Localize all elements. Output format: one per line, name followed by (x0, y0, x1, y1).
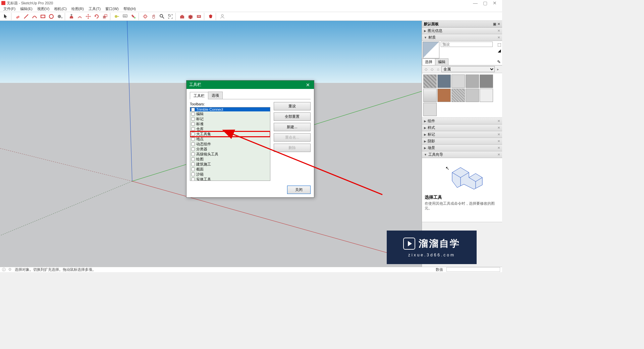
menu-file[interactable]: 文件(F) (3, 6, 15, 11)
status-help-icon[interactable]: ⊙ (8, 267, 11, 272)
zoom-tool[interactable] (158, 13, 166, 20)
material-swatch[interactable] (423, 103, 437, 116)
section-components[interactable]: ▶组件✕ (422, 118, 502, 124)
material-swatch[interactable] (451, 89, 465, 102)
close-button[interactable]: 关闭 (287, 186, 311, 194)
toolbar-list-item[interactable]: 标记 (190, 116, 270, 121)
toolbars-list[interactable]: Trimble Connect编辑标记标准仓库大工具集地点动态组件分类器高级镜头… (190, 107, 270, 181)
toolbar-checkbox[interactable] (191, 157, 195, 161)
toolbar-list-item[interactable]: 编辑 (190, 111, 270, 116)
status-value-input[interactable] (446, 267, 500, 272)
extension-tool[interactable] (195, 13, 203, 20)
toolbar-list-item[interactable]: 分类器 (190, 147, 270, 152)
material-sample-icon[interactable]: ◢ (498, 48, 501, 53)
dialog-titlebar[interactable]: 工具栏 ✕ (186, 81, 314, 89)
toolbar-list-item[interactable]: 截面 (190, 167, 270, 172)
eraser-tool[interactable] (14, 13, 22, 20)
material-swatch[interactable] (480, 89, 493, 102)
toolbar-checkbox[interactable] (191, 142, 195, 146)
material-swatch[interactable] (466, 89, 479, 102)
material-create-icon[interactable]: ⬚ (497, 42, 501, 47)
toolbar-checkbox[interactable] (191, 152, 195, 156)
toolbar-list-item[interactable]: 实体工具 (190, 177, 270, 181)
material-swatch[interactable] (480, 74, 493, 88)
dialog-tab-options[interactable]: 选项 (208, 92, 223, 99)
pan-tool[interactable] (150, 13, 158, 20)
menu-window[interactable]: 窗口(W) (105, 6, 119, 11)
toolbar-checkbox[interactable] (191, 117, 195, 121)
panel-close-icon[interactable]: ✕ (497, 22, 500, 26)
toolbar-list-item[interactable]: 地点 (190, 137, 270, 142)
material-name-input[interactable] (441, 42, 493, 47)
pushpull-tool[interactable] (67, 13, 75, 20)
move-tool[interactable] (84, 13, 92, 20)
section-styles[interactable]: ▶样式✕ (422, 124, 502, 131)
toolbar-list-item[interactable]: 动态组件 (190, 142, 270, 147)
menu-draw[interactable]: 绘图(R) (71, 6, 84, 11)
menu-camera[interactable]: 相机(C) (54, 6, 66, 11)
circle-dropdown[interactable] (56, 13, 64, 20)
section-materials[interactable]: ▼材质✕ (422, 34, 502, 41)
ruby-tool[interactable] (207, 13, 215, 20)
toolbar-list-item[interactable]: 建筑施工 (190, 162, 270, 167)
reset-all-button[interactable]: 全部重置 (274, 112, 311, 121)
delete-button[interactable]: 删除 (274, 144, 311, 152)
toolbar-checkbox[interactable] (191, 137, 195, 141)
section-scenes[interactable]: ▶场景✕ (422, 145, 502, 151)
line-tool[interactable] (22, 13, 30, 20)
mat-nav-menu-icon[interactable]: ▸ (495, 67, 501, 71)
paint-tool[interactable] (129, 13, 138, 20)
circle-tool[interactable] (47, 13, 55, 20)
material-category-select[interactable]: 金属 (441, 66, 495, 72)
toolbar-checkbox[interactable] (191, 167, 195, 171)
status-info-icon[interactable]: ⓘ (2, 267, 6, 272)
toolbar-checkbox[interactable] (191, 147, 195, 151)
material-swatch[interactable] (466, 74, 479, 88)
menu-view[interactable]: 视图(V) (37, 6, 50, 11)
materials-tab-edit[interactable]: 编辑 (435, 58, 448, 65)
section-entity-info[interactable]: ▶图元信息✕ (422, 28, 502, 34)
mat-nav-fwd-icon[interactable]: ◇ (429, 67, 435, 71)
material-swatch[interactable] (437, 74, 451, 88)
toolbar-checkbox[interactable] (191, 108, 195, 111)
panel-pin-icon[interactable]: ▣ (493, 22, 496, 26)
toolbar-list-item[interactable]: 大工具集 (190, 132, 270, 137)
eyedropper-icon[interactable]: ✎ (497, 59, 501, 64)
section-tags[interactable]: ▶标记✕ (422, 131, 502, 138)
toolbar-checkbox[interactable] (191, 127, 195, 131)
offset-tool[interactable] (76, 13, 84, 20)
dialog-close-icon[interactable]: ✕ (305, 82, 311, 88)
dialog-tab-toolbars[interactable]: 工具栏 (190, 92, 208, 99)
materials-tab-select[interactable]: 选择 (422, 58, 435, 65)
toolbar-list-item[interactable]: 沙箱 (190, 172, 270, 177)
user-tool[interactable] (218, 13, 226, 20)
rectangle-tool[interactable] (39, 13, 47, 20)
toolbar-list-item[interactable]: 高级镜头工具 (190, 152, 270, 157)
text-tool[interactable]: A1 (121, 13, 129, 20)
components-tool[interactable] (186, 13, 195, 20)
material-swatch[interactable] (451, 74, 465, 88)
toolbar-checkbox[interactable] (191, 162, 195, 166)
minimize-button[interactable]: — (473, 0, 478, 6)
zoom-extents-tool[interactable] (166, 13, 174, 20)
toolbar-list-item[interactable]: 仓库 (190, 127, 270, 132)
menu-edit[interactable]: 编辑(E) (20, 6, 33, 11)
scale-tool[interactable] (101, 13, 109, 20)
mat-nav-home-icon[interactable]: ⌂ (435, 67, 441, 71)
rename-button[interactable]: 重命名... (274, 133, 311, 142)
menu-tools[interactable]: 工具(T) (89, 6, 101, 11)
section-instructor[interactable]: ▼工具向导✕ (422, 151, 502, 158)
orbit-tool[interactable] (141, 13, 149, 20)
close-button[interactable]: ✕ (493, 0, 497, 6)
toolbar-checkbox[interactable] (191, 178, 195, 181)
maximize-button[interactable]: ▢ (483, 0, 487, 6)
toolbar-list-item[interactable]: 绘图 (190, 157, 270, 162)
toolbar-checkbox[interactable] (191, 132, 195, 136)
rotate-tool[interactable] (93, 13, 101, 20)
new-button[interactable]: 新建... (274, 123, 311, 131)
material-thumbnail[interactable] (423, 42, 439, 58)
warehouse-tool[interactable] (178, 13, 186, 20)
toolbar-checkbox[interactable] (191, 172, 195, 176)
tape-tool[interactable] (113, 13, 121, 20)
toolbar-list-item[interactable]: Trimble Connect (190, 107, 270, 111)
